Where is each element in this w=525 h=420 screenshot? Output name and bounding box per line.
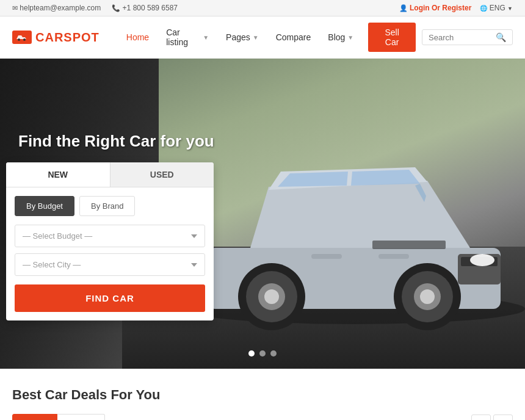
deals-title: Best Car Deals For You xyxy=(12,387,513,403)
panel-search-tabs: By Budget By Brand xyxy=(6,187,214,216)
tab-by-budget[interactable]: By Budget xyxy=(15,196,74,216)
top-bar-left: helpteam@example.com +1 800 589 6587 xyxy=(12,4,178,12)
panel-type-tabs: NEW USED xyxy=(6,162,214,187)
logo-icon xyxy=(12,31,32,44)
nav-car-listing[interactable]: Car listing ▼ xyxy=(158,23,217,52)
slider-dot-1[interactable] xyxy=(248,350,255,357)
car-listing-chevron-icon: ▼ xyxy=(203,34,209,41)
nav-blog[interactable]: Blog ▼ xyxy=(319,27,362,47)
user-icon xyxy=(399,4,408,12)
svg-point-15 xyxy=(420,289,435,304)
budget-select[interactable]: — Select Budget — Under $10,000 $10,000 … xyxy=(15,225,205,247)
deals-section: Best Car Deals For You New Used ‹ › xyxy=(0,369,525,420)
globe-icon xyxy=(480,4,487,12)
tab-used[interactable]: USED xyxy=(110,162,214,187)
slider-dots xyxy=(248,350,277,357)
nav-compare[interactable]: Compare xyxy=(267,27,320,47)
svg-point-2 xyxy=(23,38,26,41)
blog-chevron-icon: ▼ xyxy=(347,34,353,41)
deals-next-button[interactable]: › xyxy=(493,415,513,420)
phone-contact: +1 800 589 6587 xyxy=(112,4,178,12)
nav-pages[interactable]: Pages ▼ xyxy=(217,27,267,47)
svg-rect-18 xyxy=(372,241,446,249)
deals-tab-used[interactable]: Used xyxy=(57,414,105,420)
login-register-link[interactable]: Login Or Register xyxy=(399,4,472,12)
search-panel: NEW USED By Budget By Brand — Select Bud… xyxy=(6,162,214,320)
logo[interactable]: CARSPOT xyxy=(12,31,100,45)
pages-chevron-icon: ▼ xyxy=(253,34,259,41)
slider-dot-2[interactable] xyxy=(259,350,266,357)
hero-title: Find the Right Car for you xyxy=(18,132,214,151)
deals-navigation: ‹ › xyxy=(471,415,513,420)
search-icon[interactable]: 🔍 xyxy=(496,32,506,42)
logo-text: CARSPOT xyxy=(35,31,100,45)
panel-body: — Select Budget — Under $10,000 $10,000 … xyxy=(6,216,214,320)
hero-section: Find the Right Car for you NEW USED By B… xyxy=(0,59,525,369)
email-icon xyxy=(12,4,18,12)
nav-home[interactable]: Home xyxy=(118,27,158,47)
slider-dot-3[interactable] xyxy=(270,350,277,357)
top-bar: helpteam@example.com +1 800 589 6587 Log… xyxy=(0,0,525,16)
search-box: 🔍 xyxy=(422,29,513,45)
svg-rect-16 xyxy=(311,254,342,259)
email-contact: helpteam@example.com xyxy=(12,4,101,12)
lang-chevron-icon: ▼ xyxy=(507,5,513,12)
language-selector[interactable]: ENG ▼ xyxy=(480,4,513,12)
header: CARSPOT Home Car listing ▼ Pages ▼ Compa… xyxy=(0,16,525,59)
svg-point-1 xyxy=(18,38,20,41)
deals-tab-new[interactable]: New xyxy=(12,414,57,420)
tab-by-brand[interactable]: By Brand xyxy=(79,196,135,216)
svg-point-11 xyxy=(264,289,279,304)
main-nav: Home Car listing ▼ Pages ▼ Compare Blog … xyxy=(118,23,513,52)
search-input[interactable] xyxy=(429,33,496,42)
deals-prev-button[interactable]: ‹ xyxy=(471,415,491,420)
hero-car-image xyxy=(171,77,525,358)
deals-controls: New Used ‹ › xyxy=(12,414,513,420)
top-bar-right: Login Or Register ENG ▼ xyxy=(399,4,513,12)
svg-point-7 xyxy=(470,254,494,266)
deals-tabs: New Used xyxy=(12,414,105,420)
tab-new[interactable]: NEW xyxy=(6,162,110,187)
svg-rect-17 xyxy=(378,254,409,259)
find-car-button[interactable]: FIND CAR xyxy=(15,284,205,312)
phone-icon xyxy=(112,4,120,12)
city-select[interactable]: — Select City — New York Los Angeles Chi… xyxy=(15,253,205,276)
sell-car-button[interactable]: Sell Car xyxy=(368,23,416,52)
